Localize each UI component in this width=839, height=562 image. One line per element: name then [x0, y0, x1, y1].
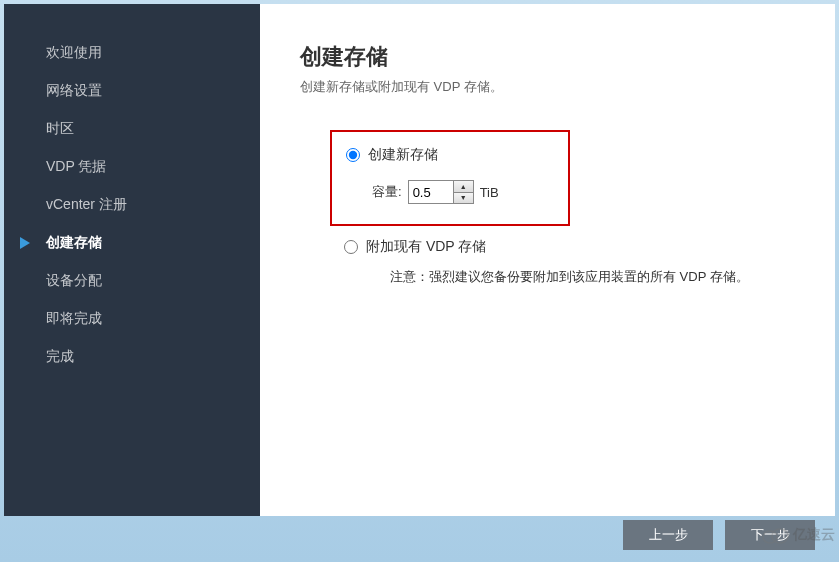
- sidebar-item-vcenter-register[interactable]: vCenter 注册: [4, 186, 260, 224]
- capacity-row: 容量: ▲ ▼ TiB: [372, 180, 548, 204]
- sidebar-item-label: 时区: [46, 120, 74, 136]
- attach-note: 注意：强烈建议您备份要附加到该应用装置的所有 VDP 存储。: [390, 268, 795, 286]
- next-button[interactable]: 下一步: [725, 520, 815, 550]
- stepper-down-button[interactable]: ▼: [454, 193, 473, 204]
- sidebar-item-welcome[interactable]: 欢迎使用: [4, 34, 260, 72]
- stepper-controls: ▲ ▼: [453, 181, 473, 203]
- sidebar-item-network[interactable]: 网络设置: [4, 72, 260, 110]
- sidebar-item-ready-complete[interactable]: 即将完成: [4, 300, 260, 338]
- create-storage-label: 创建新存储: [368, 146, 438, 164]
- sidebar-item-timezone[interactable]: 时区: [4, 110, 260, 148]
- attach-storage-label: 附加现有 VDP 存储: [366, 238, 486, 256]
- capacity-input[interactable]: [409, 181, 453, 203]
- sidebar-item-label: 即将完成: [46, 310, 102, 326]
- capacity-stepper[interactable]: ▲ ▼: [408, 180, 474, 204]
- page-title: 创建存储: [300, 42, 795, 72]
- create-storage-radio[interactable]: [346, 148, 360, 162]
- attach-storage-radio[interactable]: [344, 240, 358, 254]
- stepper-up-button[interactable]: ▲: [454, 181, 473, 193]
- sidebar-item-label: 完成: [46, 348, 74, 364]
- capacity-label: 容量:: [372, 183, 402, 201]
- sidebar-item-label: 欢迎使用: [46, 44, 102, 60]
- main-panel: 创建存储 创建新存储或附加现有 VDP 存储。 创建新存储 容量: ▲ ▼: [260, 4, 835, 516]
- sidebar-item-label: vCenter 注册: [46, 196, 127, 212]
- sidebar-item-label: 创建存储: [46, 234, 102, 250]
- sidebar-item-vdp-credentials[interactable]: VDP 凭据: [4, 148, 260, 186]
- previous-button[interactable]: 上一步: [623, 520, 713, 550]
- attach-storage-option[interactable]: 附加现有 VDP 存储: [344, 238, 795, 256]
- sidebar-item-create-storage[interactable]: 创建存储: [4, 224, 260, 262]
- sidebar-item-label: 设备分配: [46, 272, 102, 288]
- dialog-container: 欢迎使用 网络设置 时区 VDP 凭据 vCenter 注册 创建存储 设备分配…: [0, 0, 839, 520]
- create-storage-highlight: 创建新存储 容量: ▲ ▼ TiB: [330, 130, 570, 226]
- capacity-unit: TiB: [480, 185, 499, 200]
- create-storage-option[interactable]: 创建新存储: [346, 146, 548, 164]
- wizard-sidebar: 欢迎使用 网络设置 时区 VDP 凭据 vCenter 注册 创建存储 设备分配…: [4, 4, 260, 516]
- page-subtitle: 创建新存储或附加现有 VDP 存储。: [300, 78, 795, 96]
- sidebar-item-complete[interactable]: 完成: [4, 338, 260, 376]
- sidebar-item-label: VDP 凭据: [46, 158, 106, 174]
- navigation-buttons: 上一步 下一步: [623, 520, 815, 550]
- storage-options: 创建新存储 容量: ▲ ▼ TiB 附加现有 VDP: [330, 130, 795, 286]
- sidebar-item-device-assign[interactable]: 设备分配: [4, 262, 260, 300]
- sidebar-item-label: 网络设置: [46, 82, 102, 98]
